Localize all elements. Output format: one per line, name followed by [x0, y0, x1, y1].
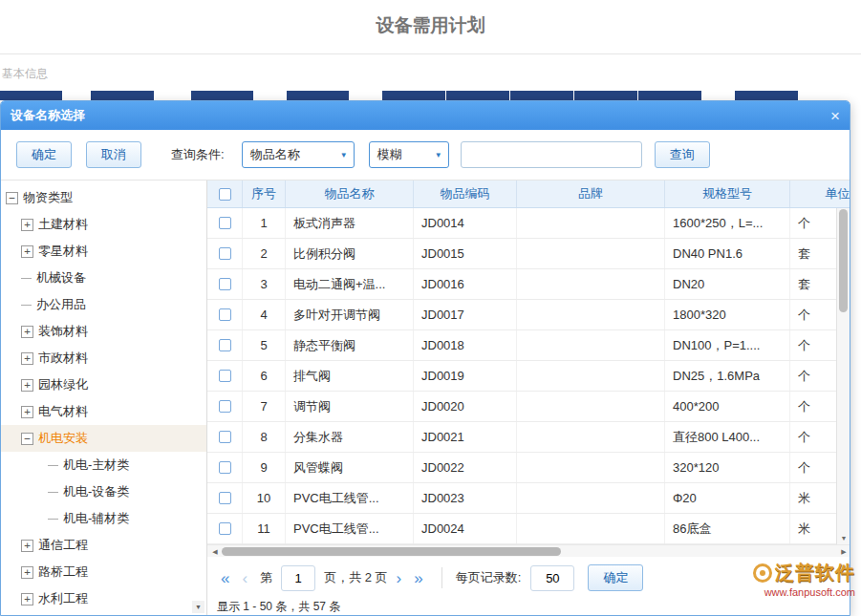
tree-item[interactable]: + 土建材料 [1, 211, 206, 238]
tree-item[interactable]: + 市政材料 [1, 345, 206, 372]
row-checkbox[interactable] [219, 308, 231, 321]
table-row[interactable]: 3 电动二通阀+温... JD0016 DN20 套 [207, 269, 850, 300]
tree-item[interactable]: 机电-辅材类 [1, 505, 206, 532]
expand-icon[interactable]: + [21, 352, 33, 365]
confirm-button[interactable]: 确定 [16, 141, 72, 168]
match-mode-select[interactable]: 模糊 ▼ [369, 141, 449, 168]
expand-icon[interactable]: + [21, 566, 33, 579]
tree-item[interactable]: 办公用品 [1, 291, 206, 318]
tree-item[interactable]: + 装饰材料 [1, 318, 206, 345]
cancel-button[interactable]: 取消 [86, 141, 141, 168]
background-header-fragment [574, 91, 637, 100]
row-item-name: 板式消声器 [286, 208, 414, 238]
row-checkbox[interactable] [219, 461, 231, 474]
vendor-name: 泛普软件 [775, 560, 855, 585]
row-index: 8 [243, 422, 286, 452]
tree-item[interactable]: 机电-主材类 [1, 452, 206, 478]
table-row[interactable]: 4 多叶对开调节阀 JD0017 1800*320 个 [207, 300, 850, 330]
table-row[interactable]: 6 排气阀 JD0019 DN25，1.6MPa 个 [207, 361, 850, 392]
row-item-name: 分集水器 [286, 422, 414, 452]
fanpu-logo-dot [760, 570, 765, 576]
search-input[interactable] [461, 141, 642, 168]
dialog-toolbar: 确定 取消 查询条件: 物品名称 ▼ 模糊 ▼ 查询 [1, 130, 850, 180]
row-item-code: JD0018 [414, 330, 517, 360]
row-checkbox[interactable] [219, 400, 231, 413]
header-item-name[interactable]: 物品名称 [286, 181, 414, 207]
table-row[interactable]: 10 PVC电工线管... JD0023 Φ20 米 [207, 483, 850, 514]
last-page-icon[interactable]: » [414, 570, 422, 586]
tree-item[interactable]: + 水利工程 [1, 585, 206, 612]
vertical-scrollbar[interactable]: ▼ [836, 208, 850, 544]
row-checkbox-cell [207, 422, 243, 452]
table-row[interactable]: 5 静态平衡阀 JD0018 DN100，P=1.... 个 [207, 330, 850, 361]
tree-item[interactable]: + 零星材料 [1, 238, 206, 265]
horizontal-scrollbar[interactable]: ◀ ▶ [207, 544, 850, 557]
row-item-name: PVC电工线管... [286, 483, 414, 513]
select-all-checkbox[interactable] [219, 188, 231, 201]
tree-item[interactable]: + 电气材料 [1, 398, 206, 425]
row-item-code: JD0023 [414, 483, 517, 513]
tree-item-label: 路桥工程 [38, 563, 88, 581]
dialog-titlebar[interactable]: 设备名称选择 × [1, 101, 850, 130]
query-button[interactable]: 查询 [655, 141, 710, 168]
row-brand [517, 514, 665, 543]
tree-item[interactable]: 机电-设备类 [1, 478, 206, 505]
per-page-input[interactable] [530, 565, 574, 591]
scroll-down-icon[interactable]: ▼ [192, 601, 204, 613]
tree-item-root[interactable]: − 物资类型 [1, 184, 206, 211]
page-count-label: 页，共 2 页 [324, 569, 387, 586]
expand-icon[interactable]: + [21, 219, 33, 231]
expand-icon[interactable]: + [21, 540, 33, 552]
row-index: 5 [243, 330, 286, 360]
row-index: 2 [243, 239, 286, 268]
tree-item[interactable]: + 路桥工程 [1, 559, 206, 585]
next-page-icon[interactable]: › [397, 570, 402, 586]
row-checkbox[interactable] [219, 278, 231, 290]
expand-icon[interactable]: + [21, 245, 33, 258]
table-row[interactable]: 8 分集水器 JD0021 直径800 L400... 个 [207, 422, 850, 453]
vertical-scrollbar-thumb[interactable] [839, 209, 848, 312]
tree-item[interactable]: + 园林绿化 [1, 372, 206, 398]
prev-page-icon[interactable]: ‹ [242, 570, 248, 586]
page-number-input[interactable] [281, 565, 315, 591]
background-header-fragment [287, 91, 349, 100]
tree-item-label: 土建材料 [38, 216, 88, 233]
row-checkbox[interactable] [219, 247, 231, 260]
header-index[interactable]: 序号 [243, 181, 286, 207]
per-page-confirm-button[interactable]: 确定 [588, 564, 643, 591]
table-row[interactable]: 11 PVC电工线管... JD0024 86底盒 米 [207, 514, 850, 544]
row-item-name: 静态平衡阀 [286, 330, 414, 360]
table-row[interactable]: 2 比例积分阀 JD0015 DN40 PN1.6 套 [207, 239, 850, 269]
header-item-code[interactable]: 物品编码 [414, 181, 517, 207]
row-checkbox[interactable] [219, 339, 231, 351]
collapse-icon[interactable]: − [21, 433, 33, 445]
tree-item-selected[interactable]: − 机电安装 [1, 425, 206, 452]
table-row[interactable]: 7 调节阀 JD0020 400*200 个 [207, 392, 850, 422]
horizontal-scrollbar-thumb[interactable] [222, 547, 561, 556]
row-index: 10 [243, 483, 286, 513]
first-page-icon[interactable]: « [221, 570, 229, 586]
row-checkbox[interactable] [219, 522, 231, 535]
table-row[interactable]: 1 板式消声器 JD0014 1600*250，L=... 个 [207, 208, 850, 239]
header-unit[interactable]: 单位 [790, 181, 850, 207]
scroll-down-icon[interactable]: ▼ [837, 532, 850, 544]
row-brand [517, 269, 665, 299]
row-spec: 86底盒 [665, 514, 790, 543]
field-select[interactable]: 物品名称 ▼ [242, 141, 355, 168]
tree-item[interactable]: 机械设备 [1, 265, 206, 291]
collapse-icon[interactable]: − [6, 192, 18, 204]
expand-icon[interactable]: + [21, 379, 33, 392]
close-icon[interactable]: × [830, 108, 840, 124]
expand-icon[interactable]: + [21, 326, 33, 338]
row-item-name: 调节阀 [286, 392, 414, 421]
header-spec[interactable]: 规格型号 [665, 181, 790, 207]
expand-icon[interactable]: + [21, 406, 33, 418]
expand-icon[interactable]: + [21, 593, 33, 605]
table-row[interactable]: 9 风管蝶阀 JD0022 320*120 个 [207, 453, 850, 483]
row-checkbox[interactable] [219, 431, 231, 443]
row-checkbox[interactable] [219, 370, 231, 382]
tree-item[interactable]: + 通信工程 [1, 532, 206, 559]
row-checkbox[interactable] [219, 492, 231, 504]
header-brand[interactable]: 品牌 [517, 181, 665, 207]
row-checkbox[interactable] [219, 217, 231, 229]
